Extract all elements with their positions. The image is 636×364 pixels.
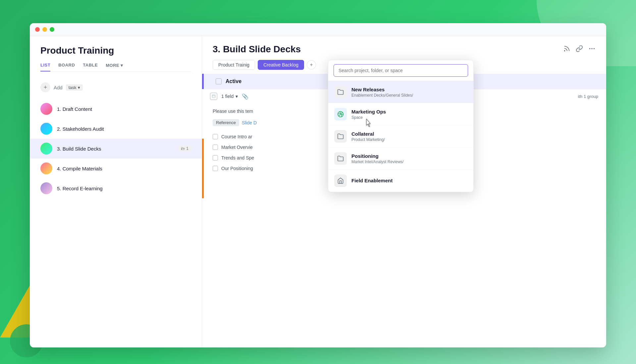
add-task-button[interactable]: + [40, 82, 50, 92]
sidebar-title: Product Training [40, 45, 191, 56]
tab-list[interactable]: LIST [40, 63, 50, 71]
content-area: Product Training LIST BOARD TABLE MORE ▾… [30, 36, 606, 347]
page-title: 3. Build Slide Decks [213, 44, 301, 55]
task-name: 4. Compile Materials [57, 166, 102, 171]
tab-more[interactable]: MORE ▾ [106, 63, 123, 71]
dropdown-item-path: Market Intel/Analyst Reviews/ [351, 159, 467, 164]
dropdown-item-name: Field Enablement [351, 178, 467, 183]
fullscreen-button[interactable] [50, 27, 54, 32]
dropdown-item-path: Enablement Decks/General Slides/ [351, 93, 467, 98]
dropdown-item[interactable]: New Releases Enablement Decks/General Sl… [328, 81, 473, 103]
sidebar: Product Training LIST BOARD TABLE MORE ▾… [30, 36, 202, 347]
task-name: 5. Record E-learning [57, 186, 103, 191]
tab-board[interactable]: BOARD [58, 63, 75, 71]
section-title: Active [226, 78, 241, 84]
dropdown-search-area [328, 60, 473, 81]
task-item[interactable]: 3. Build Slide Decks 🗁 1 [30, 139, 202, 159]
task-name: 2. Stakeholders Audit [57, 126, 104, 132]
svg-point-0 [564, 50, 565, 51]
svg-point-3 [594, 48, 595, 49]
dropdown-item-name: Collateral [351, 131, 467, 137]
main-window: Product Training LIST BOARD TABLE MORE ▾… [30, 23, 606, 347]
main-title-row: 3. Build Slide Decks [213, 44, 596, 55]
orange-accent-strip [202, 139, 204, 198]
dropdown-item-info: Positioning Market Intel/Analyst Reviews… [351, 153, 467, 164]
task-item[interactable]: 2. Stakeholders Audit [30, 119, 202, 139]
link-icon[interactable] [576, 45, 583, 54]
task-folder-badge: 🗁 1 [178, 146, 191, 152]
folder-icon [334, 130, 347, 143]
reference-badge: Reference [213, 119, 239, 126]
checklist-label: Market Overvie [221, 145, 253, 150]
dropdown-item-info: Marketing Ops Space [351, 109, 467, 120]
folder-icon [334, 86, 347, 98]
search-input[interactable] [334, 64, 468, 77]
dropdown-item-path: Space [351, 115, 467, 120]
more-options-icon[interactable] [588, 45, 596, 54]
rss-icon[interactable] [563, 45, 570, 54]
section-checkbox[interactable] [216, 78, 222, 84]
dropdown-item-path: Product Marketing/ [351, 137, 467, 142]
svg-point-1 [589, 48, 591, 49]
checklist-label: Trends and Spe [221, 155, 254, 160]
folder-icon: 🗁 [181, 146, 185, 151]
chevron-down-icon: ▾ [236, 94, 238, 99]
checklist-label: Course Intro ar [221, 134, 252, 139]
add-task-label: Add [54, 85, 63, 90]
checklist-label: Our Positioning [221, 166, 253, 171]
dropdown-item-name: Marketing Ops [351, 109, 467, 114]
close-button[interactable] [35, 27, 40, 32]
group-text: ith 1 group [578, 94, 606, 99]
task-type-badge[interactable]: task ▾ [66, 84, 83, 91]
dropdown-item[interactable]: Collateral Product Marketing/ [328, 125, 473, 148]
dropdown-item[interactable]: Positioning Market Intel/Analyst Reviews… [328, 148, 473, 170]
sidebar-header: Product Training LIST BOARD TABLE MORE ▾ [30, 36, 202, 77]
task-list: 1. Draft Content 2. Stakeholders Audit 3… [30, 98, 202, 347]
svg-rect-4 [212, 95, 215, 98]
checkbox[interactable] [213, 166, 218, 171]
chevron-down-icon: ▾ [121, 63, 123, 68]
task-name: 1. Draft Content [57, 106, 92, 112]
checkbox[interactable] [213, 134, 218, 139]
field-label[interactable]: 1 field ▾ [221, 94, 238, 99]
task-item[interactable]: 5. Record E-learning [30, 178, 202, 198]
avatar [40, 143, 52, 155]
folder-special-icon [334, 174, 347, 187]
avatar [40, 162, 52, 174]
space-icon [334, 108, 347, 120]
field-icon-box [210, 93, 217, 100]
traffic-lights [35, 27, 54, 32]
dropdown-item-info: Collateral Product Marketing/ [351, 131, 467, 142]
reference-link[interactable]: Slide D [242, 120, 257, 125]
avatar [40, 182, 52, 194]
dropdown-item[interactable]: Marketing Ops Space [328, 103, 473, 125]
svg-point-2 [591, 48, 593, 49]
avatar [40, 123, 52, 135]
attachment-icon: 📎 [242, 93, 248, 100]
tab-product-training[interactable]: Product Trainig [213, 60, 255, 70]
tab-table[interactable]: TABLE [83, 63, 98, 71]
avatar [40, 103, 52, 115]
checkbox[interactable] [213, 155, 218, 160]
task-item[interactable]: 1. Draft Content [30, 99, 202, 119]
tab-creative-backlog[interactable]: Creative Backlog [258, 60, 304, 70]
chevron-down-icon: ▾ [78, 85, 80, 90]
minimize-button[interactable] [42, 27, 47, 32]
task-item[interactable]: 4. Compile Materials [30, 159, 202, 178]
main-panel: 3. Build Slide Decks [202, 36, 606, 347]
add-view-button[interactable]: + [307, 60, 316, 69]
main-actions [563, 45, 596, 54]
dropdown-item-info: New Releases Enablement Decks/General Sl… [351, 87, 467, 98]
checkbox[interactable] [213, 145, 218, 150]
dropdown-item-info: Field Enablement [351, 178, 467, 184]
task-name: 3. Build Slide Decks [57, 146, 101, 152]
sidebar-tabs: LIST BOARD TABLE MORE ▾ [40, 63, 191, 72]
add-task-row: + Add task ▾ [30, 77, 202, 98]
folder-icon [334, 152, 347, 165]
title-bar [30, 23, 606, 36]
dropdown-item[interactable]: Field Enablement [328, 170, 473, 192]
dropdown-item-name: New Releases [351, 87, 467, 92]
search-dropdown: New Releases Enablement Decks/General Sl… [328, 60, 474, 192]
dropdown-item-name: Positioning [351, 153, 467, 159]
